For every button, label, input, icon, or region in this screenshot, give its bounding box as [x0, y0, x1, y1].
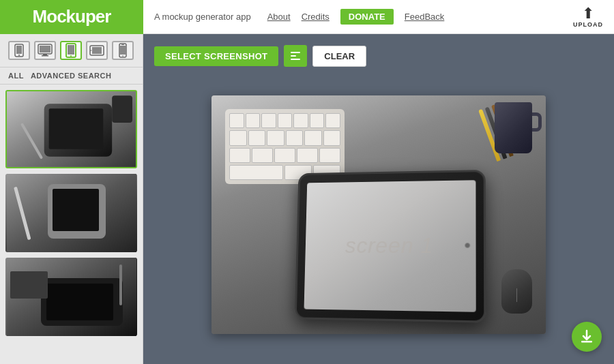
key — [286, 130, 304, 145]
tablet-portrait-icon — [65, 43, 76, 58]
svg-rect-20 — [112, 95, 132, 123]
thumb-inner-2 — [5, 174, 137, 252]
svg-rect-19 — [49, 108, 104, 149]
key — [319, 148, 340, 163]
pattern-line-1 — [291, 52, 300, 53]
key — [261, 113, 276, 128]
device-tab-phone[interactable] — [112, 41, 134, 60]
phone-portrait-icon — [119, 43, 127, 58]
search-bar: ALL ADVANCED SEARCH — [0, 67, 143, 85]
thumb-inner-1 — [7, 91, 136, 167]
key — [248, 130, 266, 145]
key — [252, 148, 273, 163]
device-tabs — [0, 34, 143, 67]
svg-rect-24 — [53, 189, 99, 231]
key — [229, 130, 247, 145]
thumb-scene-3 — [7, 258, 136, 336]
clear-button[interactable]: CLEAR — [312, 46, 366, 67]
search-all[interactable]: ALL — [8, 72, 24, 80]
key-spacebar — [229, 165, 283, 180]
nav-credits[interactable]: Credits — [302, 12, 330, 22]
svg-point-12 — [91, 50, 92, 51]
key — [310, 113, 325, 128]
pattern-button[interactable] — [284, 45, 307, 67]
pattern-icon — [291, 52, 300, 60]
toolbar: SELECT SCREENSHOT CLEAR — [154, 45, 603, 67]
nav-links: About Credits DONATE FeedBack — [267, 9, 445, 25]
mug-handle — [532, 112, 542, 132]
nav-about[interactable]: About — [267, 12, 291, 22]
tablet-screen: screen 1 — [304, 180, 476, 312]
screen-text: screen 1 — [345, 232, 434, 258]
svg-point-9 — [70, 55, 72, 57]
mouse-visual — [501, 269, 532, 314]
key — [304, 130, 322, 145]
device-tab-tablet-landscape[interactable] — [86, 41, 108, 60]
svg-rect-16 — [121, 44, 124, 45]
upload-area[interactable]: ⬆ UPLOAD — [573, 6, 603, 28]
key — [274, 148, 295, 163]
thumbnail-item-3[interactable] — [5, 258, 137, 336]
svg-point-15 — [122, 55, 123, 57]
tablet-device: screen 1 — [295, 170, 486, 323]
donate-button[interactable]: DONATE — [340, 9, 394, 25]
svg-rect-5 — [43, 54, 47, 55]
key — [267, 130, 284, 145]
svg-rect-28 — [46, 284, 113, 320]
sidebar: ALL ADVANCED SEARCH — [0, 34, 143, 364]
thumbnail-list — [0, 85, 143, 364]
svg-point-2 — [18, 55, 20, 56]
key — [246, 113, 261, 128]
download-icon — [579, 329, 594, 344]
svg-rect-29 — [10, 271, 48, 299]
mouse-line — [516, 288, 517, 302]
svg-rect-11 — [92, 47, 102, 54]
thumb-scene-1 — [7, 90, 136, 168]
preview-container: screen 1 — [154, 76, 603, 353]
search-advanced[interactable]: ADVANCED SEARCH — [31, 72, 112, 80]
key — [278, 113, 293, 128]
scene-background: screen 1 — [211, 95, 546, 334]
mug-body — [495, 102, 532, 153]
device-tab-mobile[interactable] — [8, 41, 30, 60]
device-tab-tablet-portrait[interactable] — [60, 41, 82, 60]
upload-label: UPLOAD — [573, 21, 603, 28]
logo-text: Mockuper — [33, 6, 111, 27]
pattern-line-3 — [291, 59, 300, 60]
pattern-line-2 — [291, 55, 296, 57]
key — [229, 113, 244, 128]
thumb-inner-3 — [5, 258, 137, 336]
svg-rect-30 — [119, 264, 122, 305]
select-screenshot-button[interactable]: SELECT SCREENSHOT — [154, 46, 278, 66]
upload-icon: ⬆ — [582, 6, 594, 21]
key — [325, 113, 340, 128]
svg-rect-1 — [16, 46, 22, 54]
logo-block: Mockuper — [0, 0, 143, 34]
mobile-icon — [13, 44, 25, 57]
tablet-landscape-icon — [89, 45, 104, 56]
download-button[interactable] — [572, 322, 602, 352]
mug-visual — [495, 102, 539, 164]
svg-rect-6 — [42, 55, 48, 57]
svg-rect-4 — [40, 46, 50, 52]
thumbnail-item-2[interactable] — [5, 174, 137, 252]
key — [323, 130, 341, 145]
key — [293, 113, 308, 128]
key — [297, 148, 318, 163]
svg-rect-8 — [68, 45, 74, 55]
device-tab-desktop[interactable] — [34, 41, 56, 60]
tagline: A mockup generator app — [154, 12, 251, 22]
nav-feedback[interactable]: FeedBack — [405, 12, 445, 22]
mockup-image: screen 1 — [211, 95, 546, 334]
thumb-scene-2 — [7, 174, 136, 252]
header: Mockuper A mockup generator app About Cr… — [0, 0, 614, 34]
thumbnail-item-1[interactable] — [5, 90, 137, 168]
content-area: SELECT SCREENSHOT CLEAR — [143, 34, 614, 364]
desktop-icon — [38, 44, 53, 57]
main-layout: ALL ADVANCED SEARCH — [0, 34, 614, 364]
home-button-icon — [465, 243, 470, 248]
svg-rect-14 — [120, 46, 126, 55]
key — [229, 148, 250, 163]
svg-rect-31 — [581, 341, 592, 343]
